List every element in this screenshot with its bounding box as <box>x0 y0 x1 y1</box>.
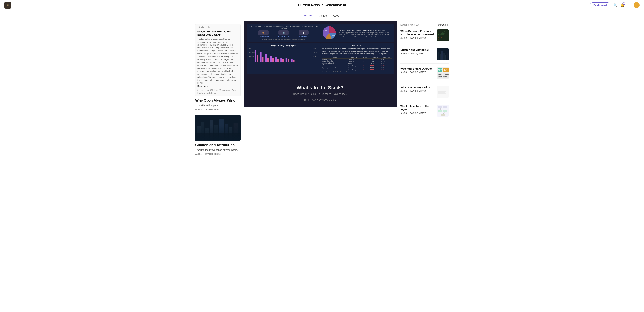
chart-grid: 220 M repo names → selecting file extens… <box>245 22 395 76</box>
cell-dataset-5: Python permissive-license <box>322 67 348 69</box>
bar-chart: 1 TB 100 GB 10 GB 1 GB <box>248 48 318 62</box>
charts-area: 220 M repo names → selecting file extens… <box>244 21 396 77</box>
svg-text:1 TB: 1 TB <box>249 48 252 49</box>
col-dataset: Dataset <box>322 56 348 59</box>
table-row: Near-dedup 12.87 22.26 36.01 <box>322 69 392 71</box>
col-pass10: pass@10 <box>370 56 380 59</box>
svg-rect-51 <box>441 51 443 60</box>
popular-item-2-meta: AUG 4 • DAVID Q MERTZ <box>400 52 435 54</box>
popular-item-2-title[interactable]: Citation and Attribution <box>400 48 435 51</box>
preview-body: The text below is a very recent leaked d… <box>197 38 238 84</box>
programming-lang-panel: Programming Languages 1 TB 100 GB 10 GB … <box>247 43 320 74</box>
site-logo[interactable]: ⚜ <box>4 2 11 8</box>
svg-text:100 GB: 100 GB <box>249 52 255 53</box>
svg-point-45 <box>441 32 444 35</box>
cell-p1-5: 10.99 <box>360 67 370 69</box>
article1-title[interactable]: Why Open Always Wins <box>195 98 240 103</box>
popular-item-5-meta: AUG 3 • DAVID Q MERTZ <box>400 112 435 114</box>
table-row: Codex (300M) unknown 13.17 20.17 36.27 <box>322 58 392 61</box>
nav-item-archive[interactable]: Archive <box>318 13 327 18</box>
popular-item-1-title[interactable]: When Software Freedom isn't the Freedom … <box>400 29 435 36</box>
article-source: SemiAnalysis <box>197 26 238 29</box>
read-more-link[interactable]: Read more <box>197 84 238 88</box>
nav-left: ⚜ <box>4 2 11 8</box>
search-button[interactable]: 🔍 <box>614 3 618 7</box>
thumb-5-svg <box>437 105 449 117</box>
table-row: Near-dedup 17.34 27.64 45.52 <box>322 65 392 67</box>
popular-item-3-text: Watermarking AI Outputs AUG 3 • DAVID Q … <box>400 67 435 73</box>
pipeline-label: 220 M repo names → selecting file extens… <box>248 25 318 29</box>
svg-text:100 M: 100 M <box>314 48 318 49</box>
hamburger-icon: ☰ <box>628 3 630 7</box>
eval-table: Dataset Filtering pass@1 pass@10 pass@10… <box>322 56 392 73</box>
license-table-text: MIT (67.7%) | Apache-2.0 (19.1%) | BSD-3… <box>338 32 392 37</box>
cell-filter-6: Near-dedup <box>348 69 360 71</box>
cell-p100-4: 45.52 <box>380 65 392 67</box>
svg-text:Apache: Apache <box>330 28 334 29</box>
sub-nav: Home Archive About <box>0 10 644 21</box>
center-article-title[interactable]: What's In the Stack? <box>248 85 393 91</box>
article2-title[interactable]: Citation and Attribution <box>195 143 240 147</box>
view-all-link[interactable]: VIEW ALL <box>438 24 449 26</box>
table-header-row: Dataset Filtering pass@1 pass@10 pass@10… <box>322 56 392 59</box>
popular-header: MOST POPULAR VIEW ALL <box>400 24 449 26</box>
arrow-1: → <box>272 32 275 35</box>
svg-text:IS NEVER: IS NEVER <box>438 37 444 38</box>
svg-rect-23 <box>260 52 262 62</box>
svg-rect-10 <box>195 133 240 141</box>
svg-rect-7 <box>225 124 228 141</box>
wm-cell-adana: Adana0.01 <box>438 68 442 72</box>
pie-chart-svg: Others Apache 2.0 BSD-3 MIT <box>322 25 337 40</box>
article-card-2: Citation and Attribution Tracking the Pr… <box>195 115 240 155</box>
arrow-2: → <box>292 32 295 35</box>
source-label: SemiAnalysis <box>198 26 210 29</box>
svg-text:Others: Others <box>324 30 328 31</box>
svg-text:10 GB: 10 GB <box>249 56 254 57</box>
cell-p10-5: 15.94 <box>370 67 380 69</box>
popular-item-1-meta: AUG 2 • DAVID Q MERTZ <box>400 37 435 39</box>
thumb-1-svg: GOOD IS NEVER PERFECT <box>437 29 449 41</box>
article1-author: DAVID Q MERTZ <box>204 108 221 110</box>
pipeline-link: Find the filtered and deduplicated datas… <box>248 39 318 40</box>
popular-item-3-title[interactable]: Watermarking AI Outputs <box>400 67 435 70</box>
popular-item-5-thumb <box>437 105 449 117</box>
svg-rect-24 <box>262 57 264 62</box>
svg-rect-6 <box>219 119 224 141</box>
svg-rect-29 <box>275 57 277 62</box>
popular-item-2: Citation and Attribution AUG 4 • DAVID Q… <box>400 48 449 64</box>
site-title: Current News in Generative AI <box>298 3 346 7</box>
nav-item-home[interactable]: Home <box>304 13 312 18</box>
svg-text:100 k: 100 k <box>314 59 318 61</box>
popular-item-4-meta: AUG 5 • DAVID Q MERTZ <box>400 90 435 92</box>
notifications-button[interactable]: 🔔 14 <box>620 3 624 7</box>
col-filtering: Filtering <box>348 56 360 59</box>
svg-rect-0 <box>195 115 240 141</box>
popular-item-1-date: AUG 2 <box>400 37 407 39</box>
svg-text:PERFECT: PERFECT <box>438 39 444 40</box>
center-article-author: DAVID Q MERTZ <box>319 98 336 101</box>
preview-title: Google "We Have No Moat, And Neither Doe… <box>197 30 238 36</box>
logo-char: ⚜ <box>6 3 9 7</box>
cell-footnote: *results obtained with The Stack v1.0 <box>322 71 392 73</box>
article2-date: AUG 4 <box>195 153 202 155</box>
svg-rect-25 <box>265 54 267 62</box>
dashboard-button[interactable]: Dashboard <box>590 2 610 8</box>
right-column: MOST POPULAR VIEW ALL When Software Free… <box>396 21 452 311</box>
popular-item-5-title[interactable]: The Architecture of the Week <box>400 105 435 111</box>
svg-rect-22 <box>257 55 258 62</box>
cell-filter-1: unknown <box>348 58 360 61</box>
article2-meta: AUG 4 • DAVID Q MERTZ <box>195 153 240 155</box>
svg-rect-55 <box>437 86 449 98</box>
wm-cell-ehud: Ehud0.01 <box>442 68 449 72</box>
menu-button[interactable]: ☰ <box>628 3 630 7</box>
user-avatar[interactable] <box>634 2 640 8</box>
evaluation-panel: Evaluation We trained several GPT-2 mode… <box>320 43 394 74</box>
nav-item-about[interactable]: About <box>333 13 340 18</box>
license-table-area: Permissive license distribution of licen… <box>338 29 392 37</box>
svg-text:BSD-3: BSD-3 <box>332 35 335 36</box>
svg-rect-50 <box>440 54 441 60</box>
popular-item-1-author: DAVID Q MERTZ <box>410 37 426 39</box>
cell-p10-3: 21.77 <box>370 63 380 65</box>
popular-item-4-title[interactable]: Why Open Always Wins <box>400 86 435 89</box>
cell-p10-1: 20.17 <box>370 58 380 61</box>
